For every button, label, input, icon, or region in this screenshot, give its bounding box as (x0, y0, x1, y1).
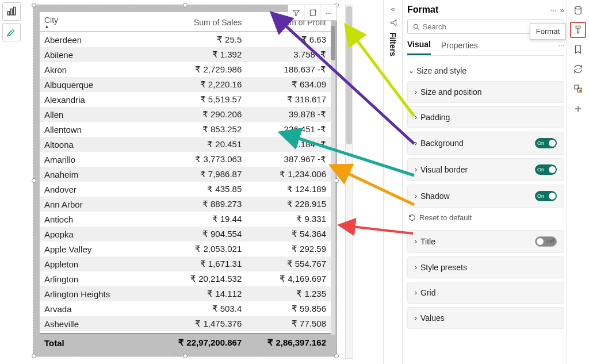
toggle-visual-border[interactable]: On (535, 164, 557, 175)
cell-sales: ₹ 1,475.376 (162, 316, 247, 331)
left-icon-rail (2, 2, 23, 41)
highlighter-icon[interactable] (2, 23, 21, 41)
table-row[interactable]: Allen₹ 290.20639.878 -₹ (40, 107, 331, 122)
chevron-right-icon: › (415, 289, 417, 297)
resize-handle[interactable] (32, 178, 36, 183)
table-row[interactable]: Altoona₹ 20.4511.184 -₹ (40, 137, 331, 152)
selection-icon[interactable] (570, 81, 586, 97)
data-pane-icon[interactable] (570, 2, 586, 18)
cell-profit: 186.637 -₹ (246, 62, 331, 77)
tab-properties[interactable]: Properties (441, 41, 478, 55)
canvas-scrollbar[interactable] (345, 5, 353, 359)
expand-icon[interactable]: » (560, 6, 564, 14)
card-title[interactable]: ›Title Off (407, 230, 564, 253)
table-row[interactable]: Arlington₹ 20,214.532₹ 4,169.697 (40, 271, 331, 286)
card-label: Size and position (420, 87, 482, 97)
cell-city: Arlington Heights (40, 286, 162, 301)
card-values[interactable]: ›Values (407, 307, 564, 329)
cell-sales: ₹ 5,519.57 (162, 92, 247, 107)
filter-icon[interactable] (388, 19, 398, 27)
cell-profit: 39.878 -₹ (246, 107, 331, 122)
cell-sales: ₹ 2,220.16 (162, 77, 247, 92)
cell-profit: ₹ 77.508 (246, 316, 331, 331)
table-row[interactable]: Akron₹ 2,729.986186.637 -₹ (40, 62, 331, 77)
format-pane: Format ··· » Visual Properties ··· ⌄ Siz… (403, 0, 567, 364)
card-label: Shadow (420, 191, 450, 201)
reset-icon (408, 214, 416, 221)
card-background[interactable]: ›Background On (407, 132, 564, 155)
table-row[interactable]: Antioch₹ 19.44₹ 9.331 (40, 212, 331, 227)
resize-handle[interactable] (183, 3, 188, 7)
table-row[interactable]: Amarillo₹ 3,773.063387.967 -₹ (40, 152, 331, 167)
build-visual-icon[interactable] (2, 2, 21, 21)
toggle-shadow[interactable]: On (535, 191, 557, 201)
chevron-right-icon: › (415, 139, 417, 147)
resize-handle[interactable] (183, 354, 188, 358)
more-options-icon[interactable]: ··· (320, 5, 336, 20)
table-row[interactable]: Anaheim₹ 7,986.87₹ 1,234.006 (40, 167, 331, 182)
format-pane-icon[interactable] (570, 22, 586, 38)
table-row[interactable]: Andover₹ 435.85₹ 124.189 (40, 182, 331, 197)
cell-city: Anaheim (40, 167, 162, 182)
card-size-and-position[interactable]: ›Size and position (407, 81, 564, 103)
chevron-down-icon: ⌄ (408, 67, 414, 75)
toggle-background[interactable]: On (535, 138, 557, 148)
collapse-icon[interactable]: « (391, 5, 395, 13)
card-padding[interactable]: ›Padding (407, 106, 564, 128)
table-row[interactable]: Arvada₹ 503.4₹ 59.856 (40, 301, 331, 316)
focus-mode-icon[interactable] (304, 5, 320, 20)
card-grid[interactable]: ›Grid (407, 282, 564, 304)
table-row[interactable]: Ann Arbor₹ 889.273₹ 228.915 (40, 197, 331, 212)
table-row[interactable]: Apopka₹ 904.554₹ 54.364 (40, 227, 331, 242)
cell-sales: ₹ 503.4 (162, 301, 247, 316)
card-label: Visual border (420, 165, 468, 174)
add-icon[interactable]: ＋ (570, 100, 586, 116)
more-icon[interactable]: ··· (550, 6, 557, 14)
visual-toolbar: ··· (288, 5, 337, 21)
table-row[interactable]: Abilene₹ 1.3923.758 -₹ (40, 47, 331, 62)
tab-visual[interactable]: Visual (407, 40, 431, 55)
toggle-title[interactable]: Off (535, 236, 557, 247)
resize-handle[interactable] (32, 3, 36, 7)
cell-city: Altoona (40, 137, 162, 152)
card-label: Title (420, 237, 435, 246)
card-style-presets[interactable]: ›Style presets (407, 256, 564, 278)
table-row[interactable]: Albuquerque₹ 2,220.16₹ 634.09 (40, 77, 331, 92)
table-visual[interactable]: ··· City ▲ Sum of Sales Sum of Profit Ab… (33, 5, 337, 357)
group-size-and-style[interactable]: ⌄ Size and style (407, 63, 564, 79)
filters-label[interactable]: Filters (388, 32, 397, 56)
table-row[interactable]: Asheville₹ 1,475.376₹ 77.508 (40, 316, 331, 331)
cell-city: Alexandria (40, 92, 162, 107)
chevron-right-icon: › (415, 263, 417, 271)
total-label: Total (40, 334, 162, 351)
search-icon (412, 23, 420, 31)
cell-city: Aberdeen (40, 32, 162, 47)
col-sales[interactable]: Sum of Sales (162, 12, 247, 32)
cell-city: Asheville (40, 316, 162, 331)
table-scrollbar[interactable] (331, 26, 335, 335)
table-row[interactable]: Arlington Heights₹ 14.112₹ 1.235 (40, 286, 331, 301)
cell-city: Andover (40, 182, 162, 197)
resize-handle[interactable] (32, 354, 36, 358)
card-visual-border[interactable]: ›Visual border On (407, 158, 564, 181)
svg-point-5 (575, 6, 582, 9)
card-shadow[interactable]: ›Shadow On (407, 185, 564, 208)
table-row[interactable]: Apple Valley₹ 2,053.021₹ 292.59 (40, 242, 331, 256)
reset-to-default[interactable]: Reset to default (407, 208, 564, 228)
table-row[interactable]: Allentown₹ 853.252226.451 -₹ (40, 122, 331, 137)
col-city[interactable]: City ▲ (40, 12, 162, 32)
table-row[interactable]: Appleton₹ 1,671.31₹ 554.767 (40, 256, 331, 271)
sync-icon[interactable] (570, 61, 586, 77)
resize-handle[interactable] (334, 354, 339, 358)
card-label: Values (420, 313, 445, 323)
card-label: Style presets (420, 263, 467, 272)
cell-city: Akron (40, 62, 162, 77)
cell-city: Abilene (40, 47, 162, 62)
bookmark-icon[interactable] (570, 41, 586, 58)
table-row[interactable]: Aberdeen₹ 25.5₹ 6.63 (40, 32, 331, 47)
table-row[interactable]: Alexandria₹ 5,519.57₹ 318.617 (40, 92, 331, 107)
tabs-more-icon[interactable]: ··· (558, 41, 564, 54)
svg-rect-3 (310, 10, 315, 15)
chevron-right-icon: › (415, 88, 417, 96)
filter-icon[interactable] (288, 5, 304, 20)
